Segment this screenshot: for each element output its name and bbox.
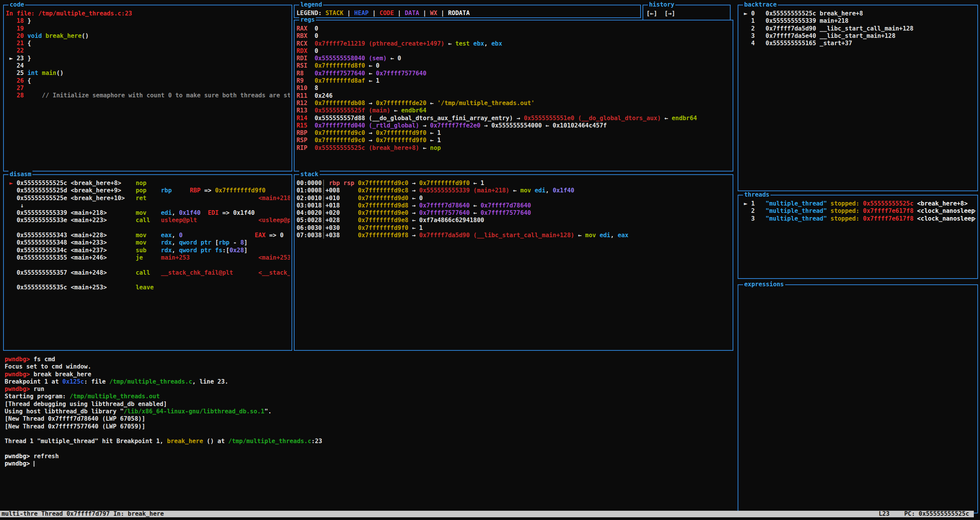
legend-panel-title: legend [299,1,323,8]
terminal-line: RAX 0 [297,25,731,32]
stack-panel-title: stack [299,171,320,178]
terminal-line: Starting program: /tmp/multiple_threads.… [5,393,731,400]
terminal-line: 0x55555555535c <main+253> leave [6,284,290,291]
terminal-line: pwndbg> [5,460,731,467]
terminal-line: ► 0 0x55555555525c break_here+8 [740,10,976,17]
terminal-line: R11 0x246 [297,92,731,100]
terminal-line: In file: /tmp/multiple_threads.c:23 [6,10,290,17]
stack-panel: stack 00:0000│ rbp rsp 0x7fffffffd9c0 → … [294,174,733,351]
terminal-line: RDI 0x555555558040 (sem) ← 0 [297,55,731,62]
terminal-line: Thread 1 "multiple_thread" hit Breakpoin… [5,438,731,445]
terminal-line: 0x555555555343 <main+228> mov eax, 0 EAX… [6,232,290,239]
expressions-panel-title: expressions [743,281,785,288]
terminal-line [5,445,731,453]
history-panel: history [←] [→] [643,5,731,21]
terminal-line: LEGEND: STACK | HEAP | CODE | DATA | WX … [297,10,639,17]
terminal-line: RBP 0x7fffffffd9c0 → 0x7fffffffd9f0 ← 1 [297,129,731,137]
terminal-line: 20 void break_here() [6,32,290,40]
status-bar: multi-thre Thread 0x7ffff7d797 In: break… [0,511,974,517]
history-button-gap [657,10,665,17]
text-cursor [34,461,34,467]
terminal-line [6,277,290,284]
terminal-line: 07:0038│+038 0x7fffffffd9f8 → 0x7ffff7da… [297,232,731,239]
terminal-line [5,430,731,438]
terminal-line: 06:0030│+030 0x7fffffffd9f0 ← 1 [297,224,731,232]
terminal-line: ↓ [6,202,290,209]
registers-panel-title: regs [299,16,316,24]
threads-panel-title: threads [743,191,770,199]
terminal-line: pwndbg> refresh [5,453,731,460]
terminal-line: [New Thread 0x7ffff7d78640 (LWP 67058)] [5,415,731,423]
expressions-view [738,285,977,513]
status-thread-info: multi-thre Thread 0x7ffff7d797 In: break… [0,511,164,517]
terminal-line: 24 [6,62,290,70]
terminal-line: 03:0018│+018 0x7fffffffd9d8 → 0x7ffff7d7… [297,202,731,209]
terminal-line: 27 [6,85,290,92]
stack-view: 00:0000│ rbp rsp 0x7fffffffd9c0 → 0x7fff… [295,175,733,350]
terminal-line: RDX 0 [297,48,731,55]
legend-row: LEGEND: STACK | HEAP | CODE | DATA | WX … [295,5,640,17]
terminal-line: Focus set to cmd window. [5,363,731,370]
terminal-line: ► 0x55555555525c <break_here+8> nop [6,180,290,187]
terminal-line: RBX 0 [297,32,731,40]
terminal-line: R10 8 [297,85,731,92]
terminal-line [6,224,290,232]
terminal-line: Breakpoint 1 at 0x125c: file /tmp/multip… [5,378,731,386]
terminal-line: 0x55555555525d <break_here+9> pop rbp RB… [6,187,290,194]
terminal-line: 28 // Initialize semaphore with count 0 … [6,92,290,99]
terminal-line: ► 23 } [6,55,290,62]
code-panel: code In file: /tmp/multiple_threads.c:23… [3,5,292,172]
terminal-line: 0x55555555534c <main+237> sub rdx, qword… [6,247,290,254]
terminal-line: 2 0x7ffff7da5d90 __libc_start_call_main+… [740,25,976,32]
terminal-line: RSP 0x7fffffffd9c0 → 0x7fffffffd9f0 ← 1 [297,137,731,144]
terminal-line: 25 int main() [6,70,290,77]
terminal-line: 3 "multiple_thread" stopped: 0x7ffff7e61… [740,215,976,223]
terminal-line: R8 0x7ffff7577640 ← 0x7ffff7577640 [297,70,731,77]
registers-panel: regs RAX 0RBX 0RCX 0x7ffff7e11219 (pthre… [294,20,733,172]
terminal-line: 19 [6,25,290,32]
terminal-line: 05:0028│+028 0x7fffffffd9e8 ← 0xf7a4866c… [297,217,731,224]
terminal-line: 0x55555555525e <break_here+10> ret <main… [6,195,290,202]
terminal-line: 0x555555555339 <main+218> mov edi, 0x1f4… [6,209,290,217]
terminal-line: 00:0000│ rbp rsp 0x7fffffffd9c0 → 0x7fff… [297,180,731,187]
terminal-line: RSI 0x7fffffffd8f0 ← 0 [297,62,731,70]
terminal-line: 0x55555555533e <main+223> call usleep@pl… [6,217,290,224]
threads-panel: threads ► 1 "multiple_thread" stopped: 0… [738,195,978,279]
backtrace-panel-title: backtrace [743,1,778,8]
terminal-line: 3 0x7ffff7da5e40 __libc_start_main+128 [740,32,976,40]
terminal-line: 26 { [6,77,290,85]
terminal-line: 18 } [6,17,290,25]
terminal-line: R9 0x7fffffffd8af ← 1 [297,77,731,85]
terminal-line: Using host libthread_db library "/lib/x8… [5,408,731,415]
disasm-panel: disasm ► 0x55555555525c <break_here+8> n… [3,174,292,351]
threads-view: ► 1 "multiple_thread" stopped: 0x5555555… [738,195,977,278]
terminal-line: 2 "multiple_thread" stopped: 0x7ffff7e61… [740,207,976,215]
history-panel-title: history [648,1,675,8]
backtrace-panel: backtrace ► 0 0x55555555525c break_here+… [738,5,978,191]
terminal-line: 22 [6,47,290,54]
gdb-console[interactable]: pwndbg> fs cmdFocus set to cmd window.pw… [5,356,731,467]
source-code-view: In file: /tmp/multiple_threads.c:23 18 }… [4,5,291,171]
terminal-line: 1 0x555555555339 main+218 [740,17,976,25]
terminal-line: 0x555555555357 <main+248> call __stack_c… [6,269,290,277]
terminal-line: [New Thread 0x7ffff7577640 (LWP 67059)] [5,423,731,430]
terminal-line: RCX 0x7ffff7e11219 (pthread_create+1497)… [297,40,731,48]
terminal-line: R12 0x7fffffffdb08 → 0x7fffffffde20 ← '/… [297,100,731,107]
history-back-button[interactable]: [←] [646,10,657,17]
code-panel-title: code [9,1,25,8]
pwndbg-terminal: code In file: /tmp/multiple_threads.c:23… [0,0,980,520]
backtrace-view: ► 0 0x55555555525c break_here+8 1 0x5555… [738,5,977,190]
terminal-line [6,262,290,269]
terminal-line: R13 0x55555555525f (main) ← endbr64 [297,107,731,114]
terminal-line: RIP 0x55555555525c (break_here+8) ← nop [297,144,731,152]
terminal-line: 21 { [6,40,290,47]
terminal-line: [Thread debugging using libthread_db ena… [5,401,731,408]
legend-panel: legend LEGEND: STACK | HEAP | CODE | DAT… [294,5,641,18]
disasm-panel-title: disasm [9,171,32,178]
terminal-line: ► 1 "multiple_thread" stopped: 0x5555555… [740,200,976,207]
terminal-line: pwndbg> run [5,386,731,393]
terminal-line: 04:0020│+020 0x7fffffffd9e0 → 0x7ffff757… [297,209,731,217]
terminal-line: 0x555555555355 <main+246> je main+253 <m… [6,254,290,262]
terminal-line: 02:0010│+010 0x7fffffffd9d0 ← 0 [297,195,731,202]
history-forward-button[interactable]: [→] [665,10,675,17]
